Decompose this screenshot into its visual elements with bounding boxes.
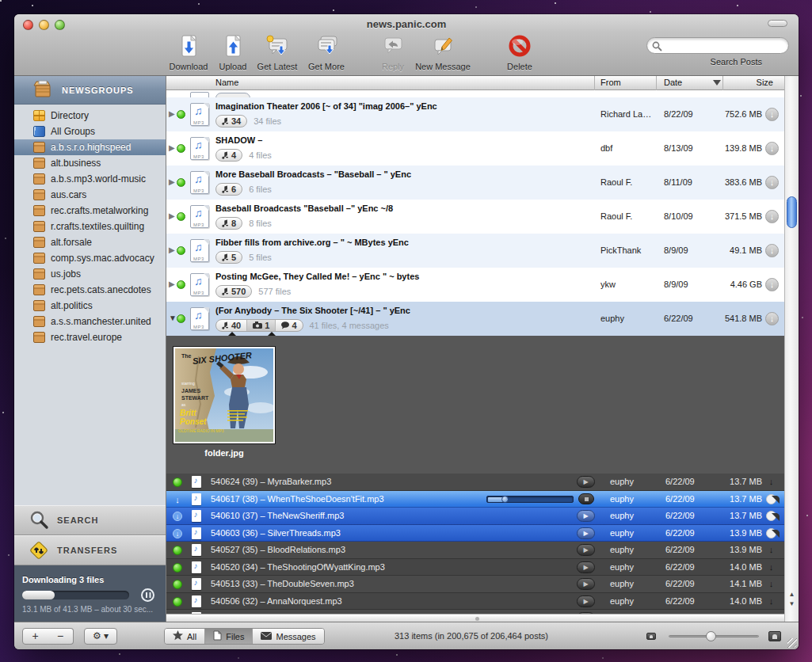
newsgroup-icon: [33, 110, 45, 121]
add-group-button[interactable]: +: [22, 628, 48, 645]
thread-title: SHADOW –: [215, 135, 262, 145]
file-row[interactable]: 540624 (39) – MyraBarker.mp3 ▶ euphy 6/2…: [166, 474, 784, 491]
thread-row[interactable]: ▼ (For Anybody – The Six Shooter [~/41] …: [166, 302, 784, 336]
file-row[interactable]: ↓ 540603 (36) – SilverThreads.mp3 ▶ euph…: [166, 525, 784, 542]
thread-row[interactable]: ▶ Baseball Broadcasts "Baseball –" yEnc …: [166, 200, 784, 234]
file-size: 14.1 MB: [730, 579, 762, 588]
download-thread-button[interactable]: ↓: [765, 210, 779, 223]
mp3-file-icon: [190, 171, 209, 194]
download-thread-button[interactable]: ↓: [765, 142, 779, 155]
play-file-button[interactable]: ▶: [577, 527, 595, 539]
resize-grip[interactable]: [787, 638, 797, 648]
search-input[interactable]: [665, 40, 783, 49]
playback-seek-slider[interactable]: [486, 496, 574, 503]
play-file-button[interactable]: ▶: [577, 544, 595, 556]
newsgroup-label: a.s.s.manchester.united: [51, 316, 151, 327]
disclosure-triangle-icon[interactable]: ▶: [169, 280, 175, 288]
vertical-scrollbar[interactable]: ▲▼: [784, 76, 799, 622]
sidebar-newsgroup-item[interactable]: a.b.s.r.o.highspeed: [14, 139, 166, 155]
sidebar-newsgroup-item[interactable]: a.b.s.mp3.world-music: [14, 171, 166, 187]
transfers-section-icon: [29, 540, 49, 561]
thumbnail-size-slider[interactable]: [646, 631, 781, 641]
slider-knob[interactable]: [706, 631, 716, 641]
audio-file-icon: [192, 476, 201, 488]
download-thread-button[interactable]: ↓: [765, 108, 779, 121]
column-header-date[interactable]: Date: [664, 78, 682, 87]
search-field[interactable]: [646, 37, 789, 54]
audio-file-icon: [192, 510, 201, 522]
filter-segment[interactable]: All: [165, 629, 204, 644]
sidebar-newsgroup-item[interactable]: rec.travel.europe: [14, 329, 166, 345]
play-file-button[interactable]: ▶: [577, 510, 595, 522]
download-thread-button[interactable]: ↓: [765, 278, 779, 291]
file-row[interactable]: 540506 (32) – AnnaNorquest.mp3 ▶ euphy 6…: [166, 593, 784, 611]
sidebar-newsgroup-item[interactable]: a.s.s.manchester.united: [14, 314, 166, 329]
scrollbar-arrows[interactable]: ▲▼: [785, 590, 799, 611]
file-row[interactable]: 540520 (34) – TheShootingOfWyattKing.mp3…: [166, 559, 784, 576]
file-row[interactable]: ↓ 540610 (37) – TheNewSheriff.mp3 ▶ euph…: [166, 508, 784, 525]
sidebar-newsgroup-item[interactable]: r.crafts.textiles.quilting: [14, 219, 166, 234]
play-file-button[interactable]: ▶: [577, 476, 595, 488]
segment-label: All: [187, 632, 196, 641]
sidebar-newsgroup-item[interactable]: us.jobs: [14, 266, 166, 282]
remove-group-button[interactable]: −: [48, 628, 74, 645]
transfers-section-header[interactable]: TRANSFERS: [14, 535, 166, 565]
thread-row[interactable]: ▶ Fibber fills from archive.org – " ~ MB…: [166, 234, 784, 268]
thread-row[interactable]: ▶ Imagination Theater 2006 [~ of 34] "im…: [166, 97, 784, 131]
sidebar-newsgroup-item[interactable]: comp.sys.mac.advocacy: [14, 250, 166, 266]
column-header-size[interactable]: Size: [757, 78, 773, 87]
thread-from: euphy: [600, 314, 661, 323]
filter-segment[interactable]: Files: [204, 629, 252, 644]
newsgroup-icon: [33, 284, 45, 295]
partial-thread-row[interactable]: [166, 90, 784, 97]
sidebar-newsgroup-item[interactable]: All Groups: [14, 124, 166, 139]
disclosure-triangle-icon[interactable]: ▶: [169, 143, 175, 152]
column-header-from[interactable]: From: [600, 78, 621, 87]
disclosure-triangle-icon[interactable]: ▶: [169, 177, 175, 186]
download-thread-button[interactable]: ↓: [765, 312, 779, 325]
play-file-button[interactable]: ▶: [577, 595, 595, 607]
download-thread-button[interactable]: ↓: [765, 244, 779, 257]
file-row[interactable]: 540527 (35) – BloodRelations.mp3 ▶ euphy…: [166, 542, 784, 559]
file-row[interactable]: ↓ 540617 (38) – WhenTheShoeDoesn'tFit.mp…: [166, 491, 784, 508]
action-menu-button[interactable]: ⚙ ▾: [84, 628, 117, 645]
sidebar-newsgroup-item[interactable]: rec.pets.cats.anecdotes: [14, 282, 166, 298]
toolbar-toggle-button[interactable]: [768, 20, 787, 27]
sidebar-newsgroup-item[interactable]: alt.forsale: [14, 234, 166, 250]
sidebar-newsgroup-item[interactable]: alt.politics: [14, 298, 166, 314]
new-message-button[interactable]: New Message: [414, 33, 472, 71]
sidebar-newsgroup-item[interactable]: aus.cars: [14, 187, 166, 203]
stop-playback-button[interactable]: [578, 493, 594, 504]
newsgroups-header[interactable]: NEWSGROUPS: [14, 76, 166, 105]
vertical-scrollbar-thumb[interactable]: [787, 196, 797, 228]
horizontal-scrollbar[interactable]: [166, 614, 784, 622]
thread-row[interactable]: ▶ Posting McGee, They Called Me! – yEnc …: [166, 268, 784, 302]
seek-knob[interactable]: [501, 496, 509, 503]
unread-status-icon: [177, 110, 185, 119]
pause-transfers-button[interactable]: [141, 588, 154, 602]
thread-date: 8/22/09: [664, 109, 693, 119]
attachment-thumbnail[interactable]: The SIX SHOOTER starring JAMES STEWART a…: [173, 346, 276, 444]
play-file-button[interactable]: ▶: [577, 561, 595, 573]
thread-row[interactable]: ▶ More Baseball Broadcasts – "Baseball –…: [166, 166, 784, 200]
file-row[interactable]: 540513 (33) – TheDoubleSeven.mp3 ▶ euphy…: [166, 576, 784, 593]
unread-status-icon: [177, 246, 185, 255]
disclosure-triangle-icon[interactable]: ▶: [169, 245, 175, 254]
file-size: 14.0 MB: [730, 562, 762, 572]
thread-title: Imagination Theater 2006 [~ of 34] "imag…: [215, 101, 437, 111]
search-section-header[interactable]: SEARCH: [14, 505, 166, 535]
filter-segment[interactable]: Messages: [252, 629, 323, 644]
download-thread-button[interactable]: ↓: [765, 176, 779, 189]
disclosure-triangle-icon[interactable]: ▶: [169, 109, 175, 118]
thread-row[interactable]: ▶ SHADOW – 4 4 files dbf 8/13/09 139.8 M…: [166, 131, 784, 166]
disclosure-triangle-icon[interactable]: ▼: [169, 314, 177, 322]
sidebar-newsgroup-item[interactable]: rec.crafts.metalworking: [14, 203, 166, 219]
disclosure-triangle-icon[interactable]: ▶: [169, 211, 175, 220]
get-more-button[interactable]: Get More: [297, 33, 356, 71]
delete-button[interactable]: Delete: [490, 33, 549, 71]
sidebar-newsgroup-item[interactable]: alt.business: [14, 155, 166, 171]
sidebar-newsgroup-item[interactable]: Directory: [14, 108, 166, 124]
newsgroup-icon: [33, 205, 45, 216]
column-header-name[interactable]: Name: [215, 78, 238, 87]
play-file-button[interactable]: ▶: [577, 578, 595, 590]
